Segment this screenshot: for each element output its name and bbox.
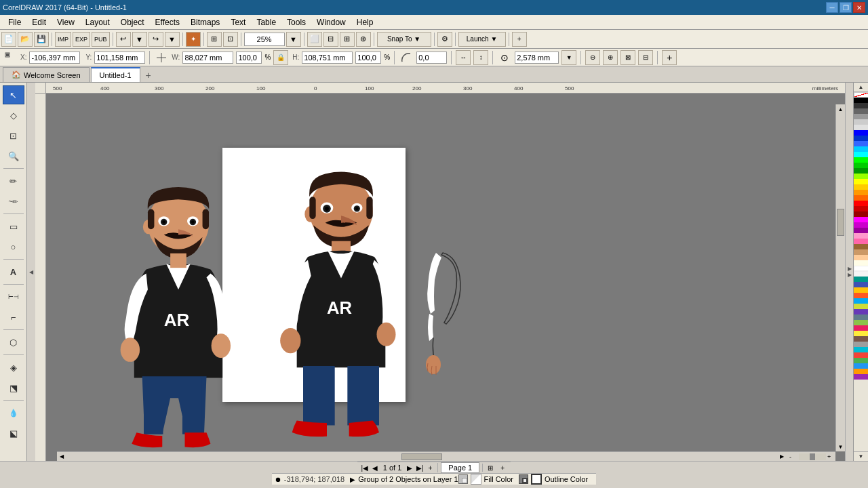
- redo-button[interactable]: ↪: [149, 32, 163, 47]
- color-swatch-lime[interactable]: [854, 174, 868, 179]
- vscroll-thumb[interactable]: [837, 209, 844, 236]
- color-swatch-darkgray[interactable]: [854, 103, 868, 108]
- vscroll-down-btn[interactable]: ▼: [836, 442, 845, 451]
- menu-table[interactable]: Table: [251, 16, 281, 28]
- zoom-input[interactable]: [244, 33, 285, 46]
- dim-tool[interactable]: ⊢⊣: [3, 287, 24, 306]
- color-swatch-orange2[interactable]: [854, 195, 868, 201]
- color-swatch-pink3[interactable]: [854, 325, 868, 331]
- menu-view[interactable]: View: [52, 16, 80, 28]
- zoom-in-icon[interactable]: +: [827, 453, 835, 460]
- color-swatch-pink1[interactable]: [854, 233, 868, 239]
- page-nav-add[interactable]: +: [425, 463, 435, 472]
- color-swatch-purple3[interactable]: [854, 374, 868, 380]
- color-swatch-lime-green[interactable]: [854, 304, 868, 309]
- left-panel-toggle[interactable]: ◀: [27, 83, 35, 461]
- import-button[interactable]: IMP: [55, 32, 71, 47]
- h-input[interactable]: [302, 52, 353, 64]
- eyedropper-tool[interactable]: 💧: [3, 403, 24, 422]
- menu-bitmaps[interactable]: Bitmaps: [185, 16, 225, 28]
- page-tab[interactable]: Page 1: [441, 462, 479, 473]
- color-swatch-yellow2[interactable]: [854, 184, 868, 190]
- rectangle-tool[interactable]: ▭: [3, 217, 24, 236]
- color-swatch-light-green[interactable]: [854, 320, 868, 325]
- color-swatch-magenta[interactable]: [854, 217, 868, 222]
- color-swatch-deep-orange[interactable]: [854, 293, 868, 298]
- color-swatch-offwhite[interactable]: [854, 271, 868, 277]
- color-swatch-none[interactable]: [854, 92, 868, 98]
- freehand-tool[interactable]: ✏: [3, 171, 24, 190]
- tab-welcome[interactable]: 🏠 Welcome Screen: [3, 67, 90, 82]
- export-button[interactable]: EXP: [73, 32, 90, 47]
- transform-btn3[interactable]: ⊠: [620, 50, 635, 65]
- transform-btn2[interactable]: ⊕: [603, 50, 618, 65]
- color-swatch-tan[interactable]: [854, 255, 868, 260]
- color-swatch-brown3[interactable]: [854, 336, 868, 342]
- color-swatch-green2[interactable]: [854, 163, 868, 168]
- color-swatch-yellow1[interactable]: [854, 179, 868, 184]
- align-guidelines[interactable]: ⊕: [356, 32, 371, 47]
- color-swatch-black[interactable]: [854, 98, 868, 103]
- hscroll-left-btn[interactable]: ◀: [57, 453, 66, 460]
- color-swatch-red1[interactable]: [854, 201, 868, 206]
- lock-ratio[interactable]: 🔒: [273, 50, 288, 65]
- size-input[interactable]: [515, 52, 559, 64]
- color-swatch-light-blue[interactable]: [854, 298, 868, 304]
- publish-button[interactable]: PUB: [92, 32, 110, 47]
- color-swatch-indigo[interactable]: [854, 282, 868, 287]
- menu-edit[interactable]: Edit: [26, 16, 52, 28]
- new-button[interactable]: 📄: [1, 32, 16, 47]
- color-swatch-grey2[interactable]: [854, 342, 868, 347]
- color-swatch-orange3[interactable]: [854, 369, 868, 374]
- snap-dropdown[interactable]: Snap To ▼: [377, 32, 431, 47]
- color-swatch-brown1[interactable]: [854, 244, 868, 249]
- color-swatch-red3[interactable]: [854, 211, 868, 217]
- color-swatch-cream[interactable]: [854, 260, 868, 266]
- view-all-btn[interactable]: ⊞: [485, 463, 496, 472]
- outline-color-box[interactable]: Outline Color: [519, 474, 588, 485]
- fill-color-box[interactable]: Fill Color: [458, 474, 513, 485]
- smart-draw-tool[interactable]: ~✏: [3, 192, 24, 211]
- view-full[interactable]: ⬜: [307, 32, 322, 47]
- add-transform[interactable]: +: [662, 50, 677, 65]
- redo-dropdown[interactable]: ▼: [165, 32, 180, 47]
- menu-object[interactable]: Object: [115, 16, 150, 28]
- color-swatch-cyan3[interactable]: [854, 347, 868, 352]
- x-input[interactable]: -106,397 mm: [29, 52, 80, 64]
- add-node[interactable]: +: [512, 32, 527, 47]
- connector-tool[interactable]: ⌐: [3, 308, 24, 327]
- color-swatch-deep-purple[interactable]: [854, 309, 868, 314]
- palette-scroll-up[interactable]: ▲: [854, 83, 868, 92]
- page-nav-last[interactable]: ▶|: [415, 463, 425, 472]
- open-button[interactable]: 📂: [18, 32, 33, 47]
- color-swatch-blue-grey[interactable]: [854, 314, 868, 320]
- page-nav-first[interactable]: |◀: [360, 463, 370, 472]
- color-swatch-blue4[interactable]: [854, 363, 868, 369]
- w-pct-input[interactable]: [236, 52, 262, 64]
- color-swatch-teal[interactable]: [854, 277, 868, 282]
- zoom-plus-btn[interactable]: +: [497, 463, 508, 472]
- menu-text[interactable]: Text: [225, 16, 251, 28]
- color-swatch-green4[interactable]: [854, 358, 868, 363]
- menu-layout[interactable]: Layout: [80, 16, 115, 28]
- color-swatch-cyan1[interactable]: [854, 146, 868, 152]
- color-swatch-brown2[interactable]: [854, 249, 868, 255]
- color-swatch-yellow3[interactable]: [854, 331, 868, 336]
- canvas-vertical-scrollbar[interactable]: ▲ ▼: [835, 104, 845, 451]
- color-swatch-purple2[interactable]: [854, 228, 868, 233]
- tab-document[interactable]: Untitled-1: [91, 67, 140, 82]
- color-swatch-blue1[interactable]: [854, 130, 868, 136]
- color-swatch-red4[interactable]: [854, 352, 868, 358]
- size-dropdown[interactable]: ▼: [561, 50, 576, 65]
- color-swatch-lightgray[interactable]: [854, 119, 868, 125]
- page-nav-next[interactable]: ▶: [405, 463, 414, 472]
- undo-dropdown[interactable]: ▼: [132, 32, 147, 47]
- zoom-dropdown[interactable]: ▼: [286, 32, 301, 47]
- y-input[interactable]: 101,158 mm: [94, 52, 145, 64]
- color-swatch-blue3[interactable]: [854, 141, 868, 146]
- menu-window[interactable]: Window: [311, 16, 351, 28]
- color-swatch-white[interactable]: [854, 266, 868, 271]
- zoom-slider[interactable]: [799, 453, 826, 460]
- save-button[interactable]: 💾: [34, 32, 49, 47]
- blend-tool[interactable]: ⬡: [3, 333, 24, 352]
